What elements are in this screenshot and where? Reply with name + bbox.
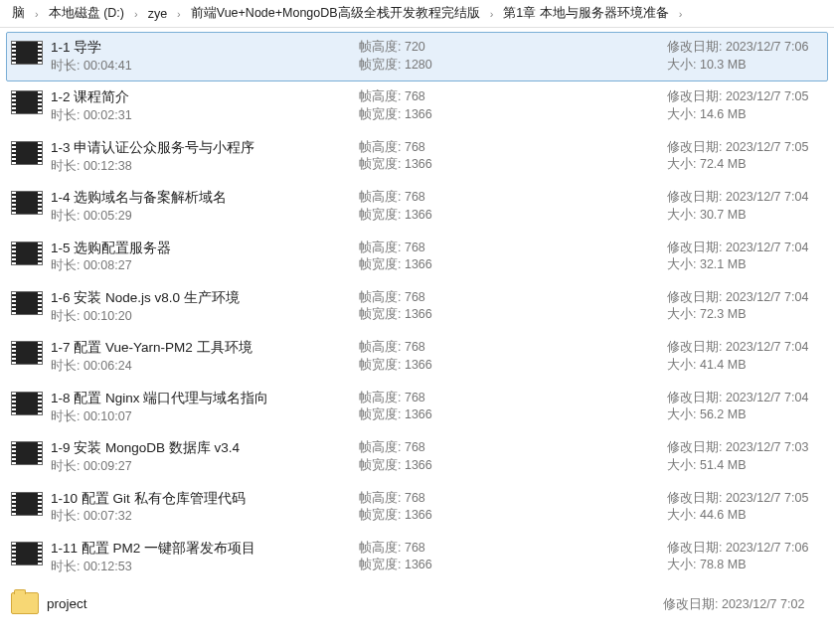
breadcrumb-item[interactable]: 第1章 本地与服务器环境准备 — [499, 5, 672, 22]
chevron-right-icon: › — [673, 8, 689, 20]
modified-date: 修改日期: 2023/12/7 7:03 — [667, 439, 823, 457]
file-name: 1-4 选购域名与备案解析域名 — [51, 189, 359, 208]
modified-date: 修改日期: 2023/12/7 7:05 — [667, 139, 823, 157]
video-thumbnail-icon — [11, 392, 43, 415]
breadcrumb-item[interactable]: zye — [144, 7, 171, 21]
file-row[interactable]: 1-4 选购域名与备案解析域名时长: 00:05:29帧高度: 768帧宽度: … — [6, 182, 828, 232]
video-thumbnail-icon — [11, 90, 43, 114]
chevron-right-icon: › — [484, 8, 500, 20]
video-thumbnail-icon — [11, 191, 43, 215]
file-size: 大小: 10.3 MB — [667, 57, 823, 75]
file-name: 1-2 课程简介 — [51, 88, 359, 107]
video-thumbnail-icon — [11, 242, 43, 265]
video-thumbnail-icon — [11, 341, 43, 365]
file-size: 大小: 14.6 MB — [667, 106, 823, 124]
file-name: 1-5 选购配置服务器 — [51, 240, 359, 258]
file-name: 1-3 申请认证公众服务号与小程序 — [51, 139, 359, 158]
file-name: project — [47, 595, 355, 614]
file-name: 1-10 配置 Git 私有仓库管理代码 — [51, 490, 359, 509]
breadcrumb[interactable]: 脑 › 本地磁盘 (D:) › zye › 前端Vue+Node+MongoDB… — [0, 0, 834, 28]
file-size: 大小: 51.4 MB — [667, 457, 823, 475]
frame-width: 帧宽度: 1366 — [359, 457, 667, 475]
file-list[interactable]: 1-1 导学时长: 00:04:41帧高度: 720帧宽度: 1280修改日期:… — [0, 28, 834, 630]
modified-date: 修改日期: 2023/12/7 7:06 — [667, 540, 823, 558]
frame-width: 帧宽度: 1366 — [359, 256, 667, 274]
frame-height: 帧高度: 768 — [359, 189, 667, 207]
file-duration: 时长: 00:07:32 — [51, 508, 359, 526]
frame-width: 帧宽度: 1366 — [359, 106, 667, 124]
breadcrumb-item[interactable]: 本地磁盘 (D:) — [45, 5, 128, 22]
frame-height: 帧高度: 768 — [359, 240, 667, 257]
file-row[interactable]: 1-5 选购配置服务器时长: 00:08:27帧高度: 768帧宽度: 1366… — [6, 233, 828, 282]
frame-width: 帧宽度: 1280 — [359, 57, 667, 75]
file-row[interactable]: 1-7 配置 Vue-Yarn-PM2 工具环境时长: 00:06:24帧高度:… — [6, 332, 828, 382]
folder-row[interactable]: project修改日期: 2023/12/7 7:02 — [6, 582, 828, 626]
chevron-right-icon: › — [128, 8, 144, 20]
file-name: 1-11 配置 PM2 一键部署发布项目 — [51, 540, 359, 559]
frame-width: 帧宽度: 1366 — [359, 357, 667, 375]
frame-height: 帧高度: 768 — [359, 439, 667, 457]
frame-width: 帧宽度: 1366 — [359, 507, 667, 525]
breadcrumb-item[interactable]: 前端Vue+Node+MongoDB高级全栈开发教程完结版 — [187, 5, 484, 22]
file-name: 1-9 安装 MongoDB 数据库 v3.4 — [51, 439, 359, 458]
file-duration: 时长: 00:08:27 — [51, 257, 359, 275]
file-duration: 时长: 00:05:29 — [51, 208, 359, 226]
modified-date: 修改日期: 2023/12/7 7:04 — [667, 289, 823, 307]
file-duration: 时长: 00:10:20 — [51, 308, 359, 326]
frame-height: 帧高度: 768 — [359, 540, 667, 558]
folder-icon — [11, 592, 39, 614]
modified-date: 修改日期: 2023/12/7 7:04 — [667, 339, 823, 357]
file-row[interactable]: 1-2 课程简介时长: 00:02:31帧高度: 768帧宽度: 1366修改日… — [6, 81, 828, 131]
video-thumbnail-icon — [11, 291, 43, 315]
file-duration: 时长: 00:10:07 — [51, 408, 359, 426]
file-row[interactable]: 1-9 安装 MongoDB 数据库 v3.4时长: 00:09:27帧高度: … — [6, 432, 828, 482]
file-row[interactable]: 1-11 配置 PM2 一键部署发布项目时长: 00:12:53帧高度: 768… — [6, 533, 828, 582]
file-size: 大小: 72.3 MB — [667, 306, 823, 324]
file-duration: 时长: 00:12:53 — [51, 559, 359, 576]
modified-date: 修改日期: 2023/12/7 7:02 — [663, 596, 823, 614]
video-thumbnail-icon — [11, 141, 43, 165]
file-name: 1-8 配置 Nginx 端口代理与域名指向 — [51, 390, 359, 408]
modified-date: 修改日期: 2023/12/7 7:04 — [667, 240, 823, 257]
file-size: 大小: 32.1 MB — [667, 256, 823, 274]
frame-height: 帧高度: 720 — [359, 39, 667, 57]
frame-height: 帧高度: 768 — [359, 139, 667, 157]
file-row[interactable]: 1-6 安装 Node.js v8.0 生产环境时长: 00:10:20帧高度:… — [6, 282, 828, 332]
video-thumbnail-icon — [11, 542, 43, 565]
frame-height: 帧高度: 768 — [359, 289, 667, 307]
file-duration: 时长: 00:02:31 — [51, 107, 359, 125]
file-duration: 时长: 00:06:24 — [51, 358, 359, 376]
file-row[interactable]: 1-1 导学时长: 00:04:41帧高度: 720帧宽度: 1280修改日期:… — [6, 32, 828, 81]
video-thumbnail-icon — [11, 41, 43, 65]
video-thumbnail-icon — [11, 492, 43, 516]
modified-date: 修改日期: 2023/12/7 7:05 — [667, 88, 823, 106]
chevron-right-icon: › — [171, 8, 187, 20]
frame-height: 帧高度: 768 — [359, 490, 667, 508]
frame-height: 帧高度: 768 — [359, 339, 667, 357]
file-row[interactable]: 1-3 申请认证公众服务号与小程序时长: 00:12:38帧高度: 768帧宽度… — [6, 132, 828, 182]
modified-date: 修改日期: 2023/12/7 7:04 — [667, 390, 823, 407]
frame-height: 帧高度: 768 — [359, 88, 667, 106]
modified-date: 修改日期: 2023/12/7 7:04 — [667, 189, 823, 207]
file-name: 1-7 配置 Vue-Yarn-PM2 工具环境 — [51, 339, 359, 358]
breadcrumb-item[interactable]: 脑 — [8, 5, 29, 22]
file-duration: 时长: 00:04:41 — [51, 58, 359, 76]
frame-height: 帧高度: 768 — [359, 390, 667, 407]
modified-date: 修改日期: 2023/12/7 7:05 — [667, 490, 823, 508]
file-size: 大小: 78.8 MB — [667, 557, 823, 574]
video-thumbnail-icon — [11, 441, 43, 465]
file-duration: 时长: 00:12:38 — [51, 158, 359, 176]
file-row[interactable]: 1-8 配置 Nginx 端口代理与域名指向时长: 00:10:07帧高度: 7… — [6, 383, 828, 432]
frame-width: 帧宽度: 1366 — [359, 406, 667, 424]
chevron-right-icon: › — [29, 8, 45, 20]
file-size: 大小: 41.4 MB — [667, 357, 823, 375]
file-size: 大小: 30.7 MB — [667, 207, 823, 225]
file-size: 大小: 56.2 MB — [667, 406, 823, 424]
file-name: 1-6 安装 Node.js v8.0 生产环境 — [51, 289, 359, 308]
frame-width: 帧宽度: 1366 — [359, 557, 667, 574]
file-row[interactable]: 1-10 配置 Git 私有仓库管理代码时长: 00:07:32帧高度: 768… — [6, 483, 828, 533]
frame-width: 帧宽度: 1366 — [359, 207, 667, 225]
file-name: 1-1 导学 — [51, 39, 359, 58]
frame-width: 帧宽度: 1366 — [359, 306, 667, 324]
modified-date: 修改日期: 2023/12/7 7:06 — [667, 39, 823, 57]
